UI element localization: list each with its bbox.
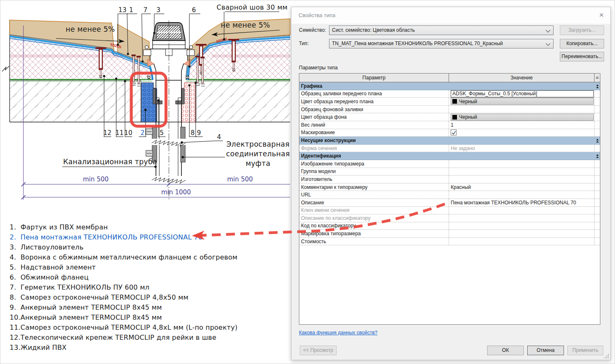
param-row-model-group[interactable]: Группа модели — [299, 168, 600, 176]
help-link[interactable]: Какова функция данных свойств? — [299, 330, 378, 336]
group-label: Графика — [299, 83, 322, 89]
param-row-description[interactable]: Описание Пена монтажная ТЕХНОНИКОЛЬ PROF… — [299, 199, 600, 207]
param-row-type-mark[interactable]: Маркировка типоразмера — [299, 230, 600, 238]
param-row-masking[interactable]: Маскирование — [299, 129, 600, 137]
legend-list: 1.Фартук из ПВХ мембран 2.Пена монтажная… — [10, 222, 237, 353]
legend-num: 13. — [10, 343, 20, 353]
group-row-structural[interactable]: Несущие конструкции — [299, 137, 600, 145]
param-row-bg-pattern[interactable]: Образец фоновой заливки — [299, 106, 600, 114]
param-value-cell[interactable] — [449, 230, 595, 237]
param-value-cell: Не задано — [449, 145, 595, 152]
callout-8: 8 — [191, 129, 195, 137]
param-value-cell[interactable] — [449, 238, 595, 245]
param-row-cost[interactable]: Стоимость — [299, 238, 600, 246]
legend-text: Надставной элемент — [20, 263, 96, 271]
param-row-url[interactable]: URL — [299, 191, 600, 199]
legend-text: Фартук из ПВХ мембран — [20, 223, 108, 231]
row-end-cell — [595, 191, 600, 199]
row-end-cell — [595, 222, 600, 230]
chevron-double-up-icon[interactable] — [596, 154, 599, 158]
legend-item-3: 3.Листвоуловитель — [10, 242, 237, 252]
wingnut-right — [189, 46, 193, 49]
group-row-identity[interactable]: Идентификация — [299, 152, 600, 160]
param-value-cell[interactable] — [449, 222, 595, 230]
row-end-cell — [595, 129, 600, 137]
row-end-cell — [595, 214, 600, 222]
param-value-cell[interactable]: ADSK_Формы_Соты_0.5 [Условный] — [449, 90, 595, 98]
param-label: Ключ имени сечения — [299, 207, 449, 214]
legend-item-4: 4.Воронка с обжимным металлическим фланц… — [10, 252, 237, 262]
param-row-type-image[interactable]: Изображение типоразмера — [299, 160, 600, 168]
param-row-line-weight[interactable]: Вес линий 1 — [299, 121, 600, 129]
dim-left-label: min 500 — [83, 176, 109, 183]
cancel-button[interactable]: Отмена — [527, 346, 564, 355]
param-row-type-comments[interactable]: Комментарии к типоразмеру Красный — [299, 183, 600, 191]
callout-3: 3 — [156, 6, 161, 14]
param-row-section-name-key[interactable]: Ключ имени сечения — [299, 207, 600, 215]
column-header-sort[interactable]: = — [595, 74, 600, 82]
param-value-cell[interactable] — [449, 106, 595, 113]
chevron-double-up-icon[interactable] — [596, 138, 599, 143]
legend-item-10: 10.Анкерный элемент TERMOCLIP 8x45 мм — [10, 313, 237, 323]
legend-text: Обжимной фланец — [20, 273, 89, 281]
param-row-section-shape[interactable]: Форма сечения Не задано — [299, 145, 600, 153]
duplicate-button[interactable]: Копировать... — [560, 39, 604, 48]
param-row-manufacturer[interactable]: Изготовитель — [299, 176, 600, 183]
fg-color-button[interactable]: Черный — [451, 98, 594, 105]
slope-left-label: не менее 5% — [66, 25, 115, 33]
param-value-cell[interactable] — [449, 191, 595, 199]
legend-num: 10. — [10, 313, 20, 323]
param-row-bg-color[interactable]: Цвет образца фона Черный — [299, 113, 600, 121]
dialog-titlebar[interactable]: Свойства типа × — [291, 7, 610, 24]
param-value-cell[interactable]: Черный — [449, 113, 595, 121]
param-value-cell[interactable]: Черный — [449, 98, 595, 105]
param-row-omniclass-title[interactable]: Описание по классификатору — [299, 214, 600, 222]
masking-checkbox-checked[interactable] — [451, 130, 457, 135]
param-value-cell[interactable]: Красный — [449, 183, 595, 191]
callout-6: 6 — [192, 6, 196, 14]
legend-item-12: 12.Телескопический крепеж TERMOCLIP для … — [10, 333, 237, 343]
family-select[interactable]: Сист. семейство: Цветовая область — [329, 25, 554, 35]
legend-num: 1. — [10, 222, 20, 232]
ok-button[interactable]: ОК — [487, 346, 524, 355]
fg-pattern-editbox[interactable]: ADSK_Формы_Соты_0.5 [Условный] — [451, 90, 594, 97]
row-end-cell — [595, 183, 600, 191]
dialog-title: Свойства типа — [299, 12, 335, 18]
param-value-cell[interactable] — [449, 129, 595, 137]
param-label: Форма сечения — [299, 145, 449, 152]
type-select[interactable]: TN_MAT_Пена монтажная ТЕХНОНИКОЛЬ PROFES… — [329, 39, 554, 48]
param-value-cell[interactable]: Пена монтажная ТЕХНОНИКОЛЬ PROFESSIONAL … — [449, 199, 595, 206]
row-end-cell — [595, 113, 600, 121]
row-end-cell — [595, 199, 600, 206]
legend-num: 9. — [10, 303, 20, 313]
close-icon[interactable]: × — [599, 10, 604, 20]
param-value-cell[interactable] — [449, 168, 595, 176]
dim-total-label: min 1000 — [161, 188, 191, 196]
load-button[interactable]: Загрузить... — [560, 25, 604, 35]
apply-button[interactable]: Применить — [567, 346, 603, 355]
legend-text: Листвоуловитель — [20, 243, 84, 251]
rename-button[interactable]: Переименовать... — [560, 52, 604, 61]
callout-7: 7 — [143, 6, 148, 14]
type-parameters-table: Параметр Значение = Графика Образец зали… — [299, 73, 600, 325]
param-row-omniclass-code[interactable]: Код по классификатору — [299, 222, 600, 230]
param-row-fg-color[interactable]: Цвет образца переднего плана Черный — [299, 98, 600, 106]
slope-right-label: не менее 5% — [221, 21, 270, 29]
chevron-double-up-icon[interactable] — [596, 84, 599, 88]
param-label: Вес линий — [299, 121, 449, 129]
group-row-graphics[interactable]: Графика — [299, 82, 600, 90]
bg-color-button[interactable]: Черный — [451, 114, 594, 121]
param-value-cell[interactable] — [449, 176, 595, 183]
resize-grip[interactable] — [605, 354, 609, 358]
param-value-cell[interactable]: 1 — [449, 121, 595, 129]
table-header: Параметр Значение = — [299, 74, 600, 82]
param-value-cell[interactable] — [449, 160, 595, 168]
column-header-value[interactable]: Значение — [449, 74, 595, 82]
param-label: Описание по классификатору — [299, 214, 449, 222]
legend-item-8: 8.Саморез остроконечный TERMOCLIP 4,8x50… — [10, 293, 237, 303]
column-header-parameter[interactable]: Параметр — [299, 74, 449, 82]
preview-button[interactable]: << Просмотр — [300, 346, 337, 355]
family-value: Сист. семейство: Цветовая область — [332, 27, 415, 33]
param-label: Цвет образца переднего плана — [299, 98, 449, 105]
param-row-fg-pattern[interactable]: Образец заливки переднего плана ADSK_Фор… — [299, 90, 600, 98]
